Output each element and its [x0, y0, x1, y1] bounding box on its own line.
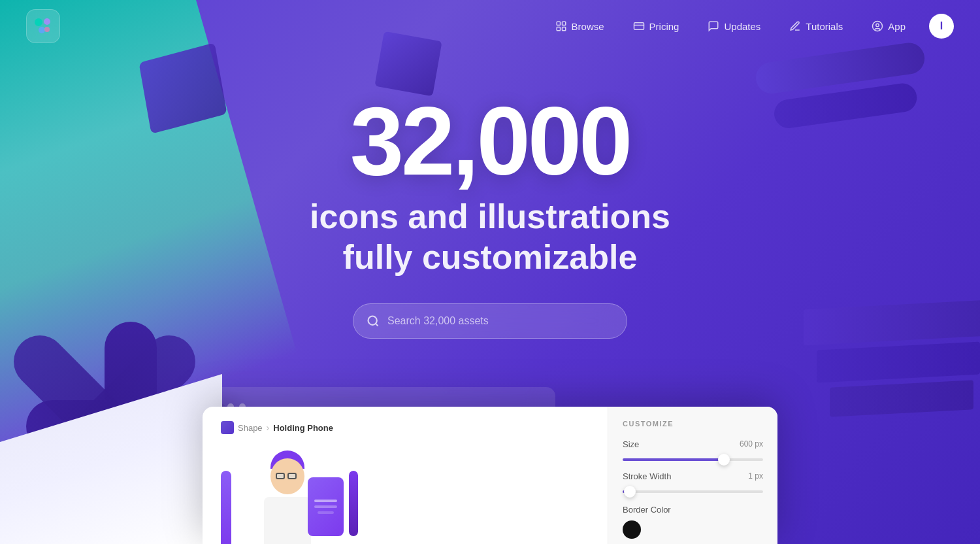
- svg-point-11: [876, 24, 879, 27]
- person-body: [264, 458, 311, 544]
- illustration-screens: [221, 471, 251, 544]
- breadcrumb-item: Holding Phone: [273, 423, 333, 433]
- svg-rect-7: [562, 27, 565, 31]
- nav-label-app: App: [888, 21, 906, 32]
- svg-point-3: [44, 27, 50, 32]
- svg-rect-5: [562, 22, 565, 25]
- search-icon: [367, 314, 380, 328]
- illustration-area: [221, 445, 589, 544]
- nav-item-browse[interactable]: Browse: [544, 15, 616, 37]
- grid-icon: [555, 20, 567, 32]
- stroke-row: Stroke Width 1 px: [623, 471, 763, 493]
- breadcrumb-separator: ›: [267, 422, 270, 433]
- hero-number: 32,000: [350, 93, 630, 190]
- logo-inner: [33, 16, 54, 37]
- person-face: [270, 458, 304, 494]
- hero-subtitle-line1: icons and illustrations: [310, 196, 670, 237]
- nav-label-updates: Updates: [724, 21, 760, 32]
- border-color-swatch[interactable]: [623, 520, 641, 539]
- glasses: [276, 473, 297, 479]
- svg-point-0: [35, 18, 42, 26]
- panel-left: Shape › Holding Phone: [203, 407, 608, 544]
- illustration-bar-left: [221, 471, 231, 544]
- customize-title: CUSTOMIZE: [623, 420, 763, 428]
- stroke-slider-thumb[interactable]: [624, 486, 636, 498]
- person-phone: [308, 477, 344, 536]
- size-value: 600 px: [740, 439, 763, 453]
- nav-item-app[interactable]: App: [860, 15, 917, 37]
- svg-line-13: [376, 324, 378, 326]
- stroke-label: Stroke Width: [623, 471, 671, 481]
- stroke-value: 1 px: [748, 471, 763, 485]
- phone-line: [314, 505, 337, 508]
- nav-item-tutorials[interactable]: Tutorials: [777, 15, 855, 37]
- stroke-slider-track[interactable]: [623, 490, 763, 493]
- nav-label-tutorials: Tutorials: [806, 21, 843, 32]
- svg-point-12: [368, 316, 377, 325]
- size-slider-track[interactable]: [623, 458, 763, 461]
- nav-label-browse: Browse: [572, 21, 604, 32]
- svg-rect-6: [557, 27, 560, 31]
- logo-svg: [33, 16, 54, 37]
- panel-breadcrumb: Shape › Holding Phone: [221, 421, 589, 434]
- nav-links: Browse Pricing Updates Tutorials: [544, 14, 954, 39]
- size-slider-fill: [623, 458, 724, 461]
- nav-label-pricing: Pricing: [649, 21, 679, 32]
- panel-right: CUSTOMIZE Size 600 px Stroke Width 1 px: [608, 407, 777, 544]
- search-bar[interactable]: Search 32,000 assets: [353, 303, 627, 339]
- phone-screen: [308, 477, 344, 536]
- svg-rect-4: [557, 22, 560, 25]
- nav-item-updates[interactable]: Updates: [696, 15, 772, 37]
- hero-subtitle: icons and illustrations fully customizab…: [310, 196, 670, 278]
- person-head: [270, 458, 304, 494]
- search-placeholder: Search 32,000 assets: [387, 315, 489, 327]
- hero-content: 32,000 icons and illustrations fully cus…: [0, 0, 980, 405]
- svg-rect-8: [634, 23, 644, 30]
- size-header: Size 600 px: [623, 439, 763, 453]
- nav-item-pricing[interactable]: Pricing: [621, 15, 691, 37]
- size-slider-thumb[interactable]: [718, 454, 730, 466]
- logo[interactable]: [26, 9, 60, 43]
- search-container: Search 32,000 assets: [353, 303, 627, 339]
- app-panel: Shape › Holding Phone: [203, 407, 777, 544]
- svg-point-1: [44, 18, 50, 25]
- credit-card-icon: [633, 20, 645, 32]
- stroke-header: Stroke Width 1 px: [623, 471, 763, 485]
- hero-subtitle-line2: fully customizable: [310, 237, 670, 277]
- user-avatar[interactable]: I: [929, 14, 954, 39]
- phone-line: [318, 511, 334, 514]
- breadcrumb-icon: [221, 421, 234, 434]
- avatar-letter: I: [940, 20, 943, 32]
- person-shirt: [264, 497, 311, 544]
- border-color-row: Border Color: [623, 503, 763, 539]
- person-illustration: [264, 458, 358, 544]
- border-color-label: Border Color: [623, 505, 671, 515]
- size-row: Size 600 px: [623, 439, 763, 461]
- svg-point-2: [39, 27, 45, 33]
- breadcrumb-category: Shape: [238, 423, 263, 433]
- navbar: Browse Pricing Updates Tutorials: [0, 0, 980, 52]
- pencil-icon: [789, 20, 801, 32]
- user-circle-icon: [872, 20, 883, 32]
- size-label: Size: [623, 439, 639, 449]
- chat-icon: [708, 20, 719, 32]
- phone-line: [314, 500, 337, 502]
- illustration-bar-right: [349, 471, 358, 536]
